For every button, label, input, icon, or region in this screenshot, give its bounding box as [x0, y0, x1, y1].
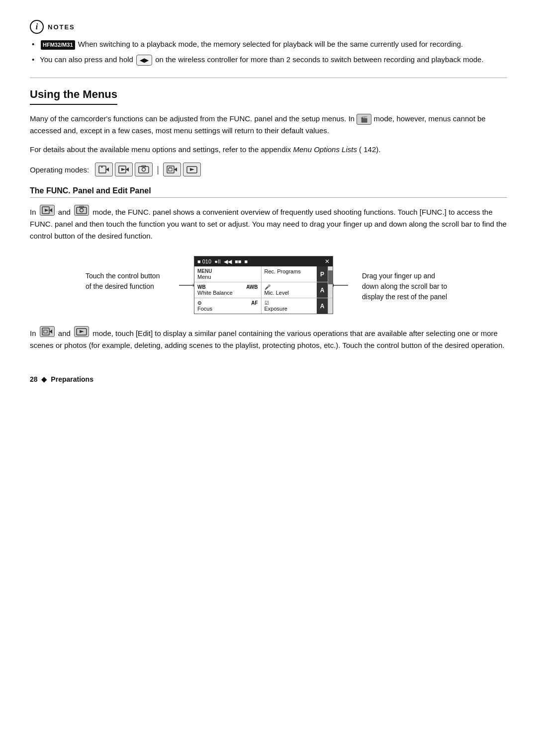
func-cell-wb: WB AWB White Balance — [194, 282, 262, 298]
svg-marker-10 — [174, 168, 177, 171]
func-panel-row-2: WB AWB White Balance 🎤 Mic. Level A — [194, 282, 333, 298]
svg-point-20 — [80, 209, 84, 212]
svg-rect-9 — [167, 166, 174, 173]
func-video-mode-icon — [40, 205, 55, 216]
focus-value: Focus — [197, 306, 258, 312]
movie-rec-mode-icon — [95, 163, 113, 176]
edit-and-text: and — [58, 329, 71, 337]
left-callout-arrow — [179, 280, 194, 290]
notes-section: i NOTES HFM32/M31 When switching to a pl… — [30, 20, 507, 66]
controller-button: ◀▶ — [136, 55, 152, 66]
func-panel-header: ■ 010 ●II ◀◀ ■■ ■ ✕ — [194, 256, 333, 266]
operating-modes-row: Operating modes: | — [30, 163, 507, 176]
func-cell-rec-programs: Rec. Programs P — [262, 266, 328, 282]
func-panel-scrollbar-3 — [328, 298, 333, 314]
svg-marker-17 — [49, 208, 52, 212]
func-and-text: and — [58, 208, 71, 216]
mic-a-badge: A — [317, 282, 328, 298]
footer-bullet: ◆ — [41, 375, 47, 383]
svg-rect-28 — [44, 330, 47, 333]
para2-ref: ( 142). — [359, 145, 380, 154]
operating-modes-label: Operating modes: — [30, 166, 89, 174]
edit-play-mode-icon — [74, 326, 89, 337]
func-para-cont: mode, the FUNC. panel shows a convenient… — [30, 208, 507, 240]
edit-para-start: In — [30, 329, 36, 337]
edit-para-cont: mode, touch [Edit] to display a similar … — [30, 329, 504, 349]
notes-list: HFM32/M31 When switching to a playback m… — [30, 39, 507, 66]
notes-item-2: You can also press and hold ◀▶ on the wi… — [30, 54, 507, 66]
scrollbar-thumb — [328, 270, 333, 284]
func-panel-status: ■ 010 ●II ◀◀ ■■ ■ — [197, 258, 248, 265]
edit-panel-paragraph: In and mode, touch [Edit] to display a s… — [30, 326, 507, 351]
func-panel-subsection-title: The FUNC. Panel and Edit Panel — [30, 186, 507, 198]
func-panel-scrollbar — [328, 266, 333, 282]
func-cell-exposure: ☑ Exposure A — [262, 298, 328, 314]
svg-rect-11 — [169, 168, 172, 171]
mic-value: Mic. Level — [265, 290, 314, 296]
right-callout-label: Drag your finger up and down along the s… — [362, 256, 451, 302]
section-divider — [30, 78, 507, 78]
menu-label: MENU — [197, 268, 258, 274]
svg-marker-27 — [49, 330, 52, 334]
info-icon: i — [30, 20, 44, 34]
menu-options-list-italic: Menu Options Lists — [293, 145, 357, 154]
notes-item-1: HFM32/M31 When switching to a playback m… — [30, 39, 507, 50]
notes-item-2-text: You can also press and hold — [40, 55, 135, 64]
edit-playback-mode-icon — [40, 326, 55, 337]
section-title: Using the Menus — [30, 88, 117, 105]
focus-af: AF — [251, 300, 258, 306]
func-panel-image: ■ 010 ●II ◀◀ ■■ ■ ✕ MENU Menu Rec. Progr… — [194, 256, 333, 314]
page-number: 28 — [30, 375, 38, 383]
func-panel-row-3: ⊙ AF Focus ☑ Exposure A — [194, 298, 333, 314]
video-playback-mode-icon — [115, 163, 133, 176]
svg-marker-25 — [333, 283, 334, 287]
svg-marker-30 — [80, 330, 84, 333]
using-menus-section: Using the Menus Many of the camcorder's … — [30, 88, 507, 352]
para1-text: Many of the camcorder's functions can be… — [30, 114, 355, 123]
func-cell-menu: MENU Menu — [194, 266, 262, 282]
exposure-icon: ☑ — [265, 300, 314, 306]
exposure-a-badge: A — [317, 298, 328, 314]
movie-mode-inline-icon: 🎬 — [357, 114, 371, 125]
page-footer: 28 ◆ Preparations — [30, 375, 507, 383]
photo-mode-icon — [135, 163, 153, 176]
notes-item-1-text: When switching to a playback mode, the m… — [76, 40, 463, 48]
func-panel-illustration: Touch the control button of the desired … — [30, 256, 507, 314]
func-panel-scrollbar-2 — [328, 282, 333, 298]
func-panel-with-arrow: ■ 010 ●II ◀◀ ■■ ■ ✕ MENU Menu Rec. Progr… — [179, 256, 348, 314]
svg-rect-26 — [42, 328, 49, 335]
func-photo-mode-icon — [74, 205, 89, 216]
focus-icon: ⊙ — [197, 300, 201, 306]
wb-label: WB — [197, 284, 206, 290]
mode-divider: | — [157, 165, 159, 175]
wb-value: White Balance — [197, 290, 258, 296]
wb-awb: AWB — [246, 284, 258, 290]
intro-paragraph: Many of the camcorder's functions can be… — [30, 113, 507, 137]
footer-section: Preparations — [51, 375, 93, 383]
para2-text: For details about the available menu opt… — [30, 145, 291, 154]
svg-marker-4 — [126, 168, 129, 171]
menu-value: Menu — [197, 274, 258, 280]
svg-point-2 — [101, 167, 103, 168]
svg-marker-1 — [106, 168, 109, 171]
details-paragraph: For details about the available menu opt… — [30, 144, 507, 156]
notes-header: i NOTES — [30, 20, 507, 34]
func-cell-focus: ⊙ AF Focus — [194, 298, 262, 314]
exposure-value: Exposure — [265, 306, 314, 312]
notes-item-2-text2: on the wireless controller for more than… — [153, 55, 484, 64]
wb-label-row: WB AWB — [197, 284, 258, 290]
func-intro-paragraph: In and mode, the FUNC. panel shows a con… — [30, 205, 507, 242]
play-mode-icon — [183, 163, 201, 176]
model-badge: HFM32/M31 — [41, 40, 75, 50]
right-callout-arrow — [333, 280, 348, 290]
notes-title: NOTES — [48, 23, 75, 31]
svg-point-7 — [142, 168, 146, 171]
func-panel-close[interactable]: ✕ — [325, 258, 330, 265]
rec-programs-p-badge: P — [317, 266, 328, 282]
rec-programs-label: Rec. Programs — [265, 268, 314, 274]
svg-marker-15 — [190, 168, 194, 171]
svg-marker-18 — [45, 209, 49, 212]
func-cell-mic: 🎤 Mic. Level A — [262, 282, 328, 298]
playback-edit-mode-icon — [163, 163, 181, 176]
mic-icon-label: 🎤 — [265, 284, 314, 290]
